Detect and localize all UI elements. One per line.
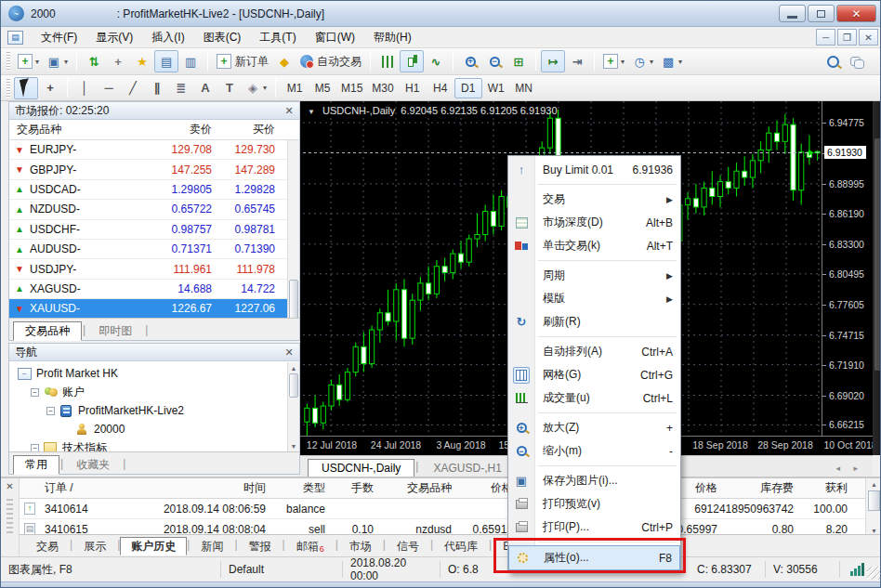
- timeframe-m1-button[interactable]: M1: [281, 78, 309, 98]
- navigator-button[interactable]: ★: [130, 50, 154, 72]
- indicators-button[interactable]: +▾: [599, 50, 628, 72]
- menu-tools[interactable]: 工具(T): [250, 27, 305, 48]
- timeframe-h1-button[interactable]: H1: [399, 78, 427, 98]
- navigator-scrollbar[interactable]: ▲ ▼: [287, 362, 299, 451]
- candlestick-chart-button[interactable]: [400, 50, 424, 72]
- restore-button[interactable]: [808, 5, 835, 22]
- search-button[interactable]: [821, 50, 845, 72]
- child-minimize-button[interactable]: ─: [816, 29, 835, 46]
- zoom-in-button[interactable]: +: [458, 50, 482, 72]
- terminal-header-row[interactable]: 订单 /时间类型手数交易品种价格止损止盈价格库存费获利: [20, 478, 865, 499]
- child-restore-button[interactable]: ❐: [837, 29, 857, 46]
- timeframe-d1-button[interactable]: D1: [454, 78, 482, 98]
- tree-expander-icon[interactable]: −: [31, 388, 39, 397]
- dropdown-arrow-icon[interactable]: ▾: [621, 58, 625, 66]
- close-button[interactable]: ✕: [836, 5, 876, 22]
- market-watch-row-xauusd[interactable]: ▼XAUUSD-1226.671227.06: [9, 299, 287, 318]
- chat-button[interactable]: [845, 50, 869, 72]
- market-watch-row-usdjpy[interactable]: ▼USDJPY-111.961111.978: [9, 259, 287, 279]
- terminal-tab-7[interactable]: 市场: [338, 537, 383, 555]
- metaeditor-button[interactable]: ◆: [272, 50, 296, 72]
- timeframe-w1-button[interactable]: W1: [482, 78, 510, 98]
- tree-item-profitmarkethk-live2[interactable]: −ProfitMarketHK-Live2: [9, 401, 287, 420]
- market-watch-row-xagusd[interactable]: ▲XAGUSD-14.68814.722: [9, 280, 287, 299]
- vertical-line-button[interactable]: │: [72, 77, 97, 99]
- market-watch-close-icon[interactable]: ✕: [283, 105, 296, 117]
- market-watch-column-headers[interactable]: 交易品种 卖价 买价: [9, 120, 299, 140]
- navigator-header[interactable]: 导航 ✕: [9, 344, 299, 361]
- menu-charts[interactable]: 图表(C): [194, 27, 251, 48]
- menu-window[interactable]: 窗口(W): [306, 27, 364, 48]
- terminal-close-icon[interactable]: ✕: [1, 478, 19, 491]
- channel-button[interactable]: ∥: [145, 77, 169, 99]
- dropdown-arrow-icon[interactable]: ▾: [650, 58, 653, 66]
- profiles-button[interactable]: ▣▾: [43, 50, 72, 72]
- terminal-tab-8[interactable]: 信号: [386, 537, 430, 555]
- auto-scroll-button[interactable]: ↦: [541, 50, 565, 72]
- terminal-tab-2[interactable]: 展示: [72, 537, 117, 555]
- context-menu-item-buy-limit-0-01[interactable]: ↑Buy Limit 0.016.91936: [508, 158, 680, 181]
- market-watch-row-usdchf[interactable]: ▲USDCHF-0.987570.98781: [9, 220, 287, 240]
- terminal-tab-9[interactable]: 代码库: [433, 537, 489, 555]
- new-order-button[interactable]: +新订单: [213, 50, 272, 72]
- trendline-button[interactable]: ╱: [121, 77, 145, 99]
- bar-chart-button[interactable]: [375, 50, 400, 72]
- tree-expander-icon[interactable]: −: [31, 444, 39, 452]
- navigator-tab-2[interactable]: 收藏夹: [64, 455, 122, 475]
- zoom-out-button[interactable]: −: [482, 50, 506, 72]
- tree-item-技术指标[interactable]: −技术指标: [9, 438, 287, 451]
- terminal-tab-4[interactable]: 新闻: [190, 537, 234, 555]
- label-button[interactable]: T: [217, 77, 242, 99]
- menu-view[interactable]: 显示(V): [86, 27, 142, 48]
- horizontal-line-button[interactable]: ─: [97, 77, 121, 99]
- dropdown-arrow-icon[interactable]: ▾: [678, 58, 682, 66]
- market-watch-row-gbpjpy[interactable]: ▼GBPJPY-147.255147.289: [9, 160, 287, 179]
- context-menu-item-放大-z-[interactable]: +放大(Z)+: [508, 416, 680, 439]
- fibonacci-button[interactable]: ≣: [169, 77, 193, 99]
- market-watch-scrollbar[interactable]: [287, 140, 299, 318]
- chart-shift-button[interactable]: ⇥: [565, 50, 589, 72]
- context-menu-item-成交量-u-[interactable]: 成交量(u)Ctrl+L: [508, 386, 680, 410]
- minimize-button[interactable]: [779, 5, 806, 22]
- strategy-tester-button[interactable]: ▥: [178, 50, 203, 72]
- context-menu-item-单击交易-k-[interactable]: 单击交易(k)Alt+T: [508, 234, 680, 257]
- terminal-scrollbar[interactable]: ▲ ▼: [865, 478, 881, 536]
- chart-window-icon[interactable]: ▤: [7, 31, 23, 45]
- tile-windows-button[interactable]: ⊞: [506, 50, 531, 72]
- chart-tab-2[interactable]: XAGUSD-,H1: [419, 459, 515, 477]
- title-bar[interactable]: ~ 2000: ProfitMarketHK-Live2 - [USDCNH-,…: [1, 1, 881, 27]
- terminal-tab-3[interactable]: 账户历史: [120, 537, 187, 555]
- navigator-tab-1[interactable]: 常用: [13, 455, 59, 475]
- context-menu-item-交易[interactable]: 交易▶: [508, 188, 680, 211]
- context-menu-item-周期[interactable]: 周期▶: [508, 264, 680, 287]
- timeframe-m15-button[interactable]: M15: [336, 78, 367, 98]
- line-chart-button[interactable]: ∿: [424, 50, 448, 72]
- autotrading-button[interactable]: 自动交易: [296, 50, 365, 72]
- market-watch-row-eurjpy[interactable]: ▼EURJPY-129.708129.730: [9, 140, 287, 160]
- dropdown-arrow-icon[interactable]: ▾: [64, 58, 68, 66]
- context-menu-item-网格-g-[interactable]: 网格(G)Ctrl+G: [508, 363, 680, 386]
- timeframe-h4-button[interactable]: H4: [427, 78, 454, 98]
- chart-quick-menu-icon[interactable]: ▼: [308, 108, 315, 116]
- market-watch-row-audusd[interactable]: ▲AUDUSD-0.713710.71390: [9, 240, 287, 259]
- terminal-tab-1[interactable]: 交易: [25, 537, 70, 555]
- dropdown-arrow-icon[interactable]: ▾: [35, 58, 39, 66]
- new-chart-button[interactable]: +▾: [14, 50, 43, 72]
- context-menu-item-自动排列-a-[interactable]: 自动排列(A)Ctrl+A: [508, 340, 680, 363]
- context-menu-item-打印-p-[interactable]: 打印(P)...Ctrl+P: [508, 516, 680, 539]
- market-watch-header[interactable]: 市场报价: 02:25:20 ✕: [9, 102, 299, 120]
- context-menu-item-模版[interactable]: 模版▶: [508, 287, 680, 310]
- resize-grip[interactable]: [867, 567, 880, 580]
- context-menu-item-打印预览-v-[interactable]: 打印预览(v): [508, 492, 680, 516]
- tree-item-profit-market-hk[interactable]: ~Profit Market HK: [9, 364, 287, 383]
- cursor-button[interactable]: [14, 77, 38, 99]
- terminal-tab-5[interactable]: 警报: [238, 537, 283, 555]
- tree-expander-icon[interactable]: −: [46, 407, 55, 415]
- tree-item-账户[interactable]: −账户: [9, 383, 287, 401]
- market-watch-row-usdcad[interactable]: ▲USDCAD-1.298051.29828: [9, 180, 287, 200]
- market-watch-row-nzdusd[interactable]: ▲NZDUSD-0.657220.65745: [9, 200, 287, 219]
- market-watch-tab-1[interactable]: 交易品种: [13, 321, 82, 341]
- chart-scrollbar[interactable]: [873, 101, 881, 455]
- terminal-row-1[interactable]: ↑34106142018.09.14 08:06:59balance691241…: [20, 499, 865, 519]
- market-watch-tab-2[interactable]: 即时图: [86, 321, 144, 341]
